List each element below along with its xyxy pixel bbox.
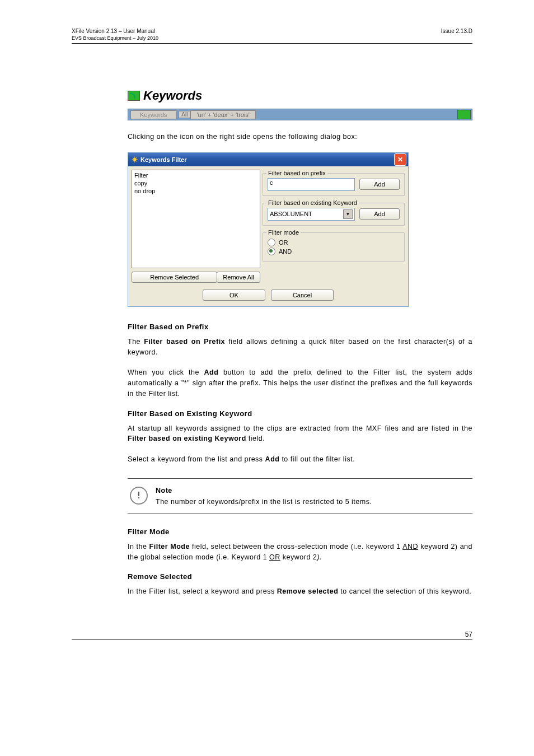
section-title: Keywords xyxy=(143,88,202,103)
prefix-group: Filter based on prefix c Add xyxy=(263,173,405,196)
mode-group: Filter mode OR AND xyxy=(263,232,405,262)
para-existing-2: Select a keyword from the list and press… xyxy=(128,454,472,465)
chevron-down-icon[interactable]: ▼ xyxy=(343,209,353,219)
page-number: 57 xyxy=(72,631,472,638)
dialog-title: Keywords Filter xyxy=(140,156,187,163)
para-prefix-1: The Filter based on Prefix field allows … xyxy=(128,337,472,358)
heading-remove: Remove Selected xyxy=(128,572,472,581)
para-mode: In the Filter Mode field, select between… xyxy=(128,542,472,563)
list-item[interactable]: Filter xyxy=(133,171,259,179)
header-rule xyxy=(72,43,472,44)
all-button[interactable]: All xyxy=(179,111,190,118)
existing-add-button[interactable]: Add xyxy=(359,208,400,220)
heading-prefix: Filter Based on Prefix xyxy=(128,323,472,331)
note-title: Note xyxy=(156,487,372,494)
cancel-button[interactable]: Cancel xyxy=(271,290,334,301)
mode-or-row[interactable]: OR xyxy=(268,239,400,246)
ok-button[interactable]: OK xyxy=(203,290,265,301)
section-title-row: Keywords xyxy=(128,88,472,103)
intro-text: Clicking on the icon on the right side o… xyxy=(128,132,472,142)
radio-or-label: OR xyxy=(279,239,288,246)
radio-or[interactable] xyxy=(268,239,275,246)
para-prefix-2: When you click the Add button to add the… xyxy=(128,367,472,399)
radio-and[interactable] xyxy=(268,248,275,255)
open-filter-icon[interactable] xyxy=(457,110,471,119)
prefix-input[interactable]: c xyxy=(268,178,355,191)
dialog-icon: ✴ xyxy=(132,155,138,164)
existing-keyword-value: ABSOLUMENT xyxy=(270,211,312,217)
filter-listbox[interactable]: Filter copy no drop xyxy=(132,170,260,268)
keywords-expression: 'un' + 'deux' + 'trois' xyxy=(190,110,256,119)
remove-selected-button[interactable]: Remove Selected xyxy=(132,272,217,283)
note-text: The number of keywords/prefix in the lis… xyxy=(156,498,372,506)
close-icon[interactable]: ✕ xyxy=(394,153,406,166)
keywords-status-bar: Keywords All 'un' + 'deux' + 'trois' xyxy=(128,109,472,120)
header-right: Issue 2.13.D xyxy=(441,28,472,34)
list-item[interactable]: copy xyxy=(133,179,259,187)
footer-rule xyxy=(72,640,472,640)
note-block: ! Note The number of keywords/prefix in … xyxy=(128,478,472,514)
keywords-button[interactable]: Keywords xyxy=(130,110,176,119)
heading-mode: Filter Mode xyxy=(128,528,472,536)
keywords-icon xyxy=(128,91,140,101)
note-icon: ! xyxy=(130,487,148,505)
list-item[interactable]: no drop xyxy=(133,187,259,195)
para-remove: In the Filter list, select a keyword and… xyxy=(128,586,472,597)
existing-keyword-select[interactable]: ABSOLUMENT ▼ xyxy=(268,208,355,221)
existing-group: Filter based on existing Keyword ABSOLUM… xyxy=(263,203,405,226)
prefix-add-button[interactable]: Add xyxy=(359,179,400,190)
header-left: XFile Version 2.13 – User Manual xyxy=(72,28,155,34)
para-existing-1: At startup all keywords assigned to the … xyxy=(128,423,472,445)
dialog-titlebar: ✴ Keywords Filter ✕ xyxy=(128,153,408,166)
radio-and-label: AND xyxy=(279,248,292,255)
mode-and-row[interactable]: AND xyxy=(268,248,400,255)
existing-group-label: Filter based on existing Keyword xyxy=(266,199,359,206)
header-sub: EVS Broadcast Equipment – July 2010 xyxy=(72,35,472,41)
remove-all-button[interactable]: Remove All xyxy=(217,272,260,283)
mode-group-label: Filter mode xyxy=(266,229,301,236)
prefix-group-label: Filter based on prefix xyxy=(266,170,327,176)
keywords-filter-dialog: ✴ Keywords Filter ✕ Filter copy no drop … xyxy=(128,152,409,307)
heading-existing: Filter Based on Existing Keyword xyxy=(128,409,472,418)
